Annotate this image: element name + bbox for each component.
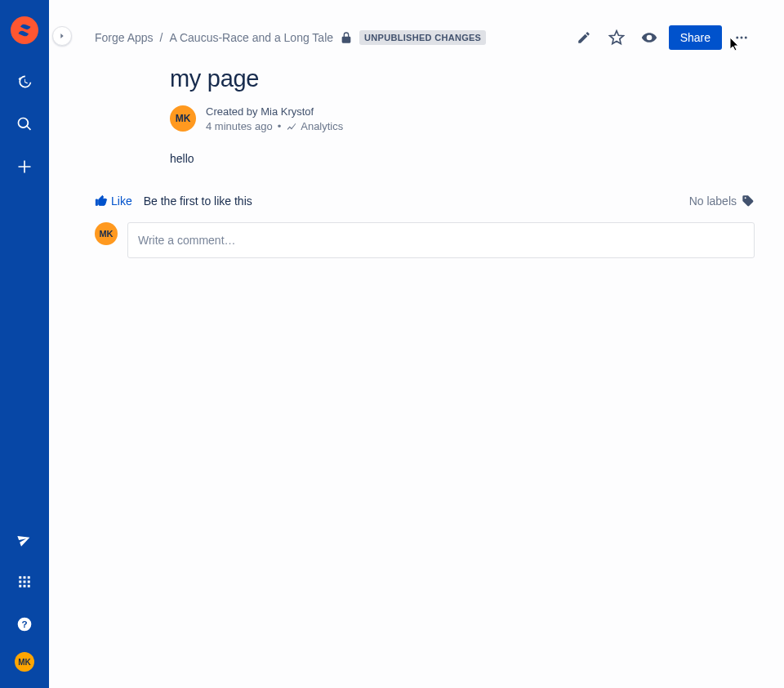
pencil-icon <box>577 30 591 45</box>
apps-button[interactable] <box>10 567 39 596</box>
svg-rect-6 <box>19 585 21 587</box>
page-header-row: Forge Apps / A Caucus-Race and a Long Ta… <box>49 0 784 59</box>
main-content: Forge Apps / A Caucus-Race and a Long Ta… <box>49 0 784 688</box>
help-button[interactable]: ? <box>10 610 39 639</box>
global-nav-bottom: ? MK <box>10 525 39 672</box>
thumbs-up-icon <box>95 194 108 208</box>
svg-text:?: ? <box>21 619 27 629</box>
svg-rect-8 <box>28 585 30 587</box>
svg-rect-0 <box>19 576 21 579</box>
edit-button[interactable] <box>571 25 597 51</box>
timestamp-text[interactable]: 4 minutes ago <box>206 120 273 132</box>
global-navigation: ? MK <box>0 0 49 688</box>
more-horizontal-icon <box>734 30 749 45</box>
created-by-text: Created by Mia Krystof <box>206 105 343 118</box>
breadcrumb-page-link[interactable]: A Caucus-Race and a Long Tale <box>170 31 334 44</box>
breadcrumb-space-link[interactable]: Forge Apps <box>95 31 154 44</box>
restrictions-icon[interactable] <box>340 31 353 44</box>
page-content-text: hello <box>170 152 738 165</box>
chevron-right-icon <box>58 32 66 40</box>
star-button[interactable] <box>604 25 630 51</box>
create-button[interactable] <box>10 152 39 181</box>
svg-rect-2 <box>28 576 30 579</box>
meta-separator: • <box>278 120 282 132</box>
breadcrumb-separator: / <box>160 31 163 44</box>
recent-icon <box>16 74 33 90</box>
svg-rect-5 <box>28 581 30 583</box>
profile-avatar[interactable]: MK <box>15 652 34 672</box>
svg-rect-3 <box>19 581 21 583</box>
recent-button[interactable] <box>10 67 39 96</box>
analytics-icon <box>286 121 297 132</box>
analytics-link[interactable]: Analytics <box>286 120 343 132</box>
more-actions-button[interactable] <box>728 25 755 51</box>
breadcrumb: Forge Apps / A Caucus-Race and a Long Ta… <box>95 30 486 45</box>
app-switcher-logo[interactable] <box>11 16 38 44</box>
search-button[interactable] <box>10 109 39 139</box>
watch-button[interactable] <box>636 25 662 51</box>
comment-section: MK <box>49 222 784 258</box>
expand-sidebar-button[interactable] <box>52 26 72 46</box>
eye-icon <box>641 29 657 46</box>
page-title: my page <box>170 65 738 92</box>
megaphone-icon <box>17 532 32 547</box>
page-body-container: my page MK Created by Mia Krystof 4 minu… <box>49 65 784 165</box>
svg-point-11 <box>648 36 650 38</box>
share-button[interactable]: Share <box>669 25 722 50</box>
svg-rect-4 <box>24 581 26 583</box>
author-avatar[interactable]: MK <box>170 105 196 132</box>
like-button[interactable]: Like <box>95 194 132 208</box>
apps-grid-icon <box>17 574 32 589</box>
tag-icon <box>742 194 755 208</box>
svg-point-13 <box>741 37 743 39</box>
page-byline: MK Created by Mia Krystof 4 minutes ago … <box>170 105 738 132</box>
comment-avatar[interactable]: MK <box>95 222 118 245</box>
help-icon: ? <box>16 616 33 632</box>
search-icon <box>16 116 33 132</box>
star-icon <box>608 29 625 46</box>
like-prompt-text: Be the first to like this <box>144 194 252 208</box>
svg-rect-1 <box>24 576 26 579</box>
status-chip: UNPUBLISHED CHANGES <box>359 30 486 45</box>
reactions-row: Like Be the first to like this No labels <box>49 190 784 222</box>
whats-new-button[interactable] <box>10 525 39 554</box>
labels-section[interactable]: No labels <box>689 194 755 208</box>
svg-rect-7 <box>24 585 26 587</box>
svg-point-12 <box>736 37 738 39</box>
svg-point-14 <box>745 37 747 39</box>
confluence-icon <box>16 22 33 38</box>
comment-input[interactable] <box>127 222 755 258</box>
plus-icon <box>16 159 33 175</box>
